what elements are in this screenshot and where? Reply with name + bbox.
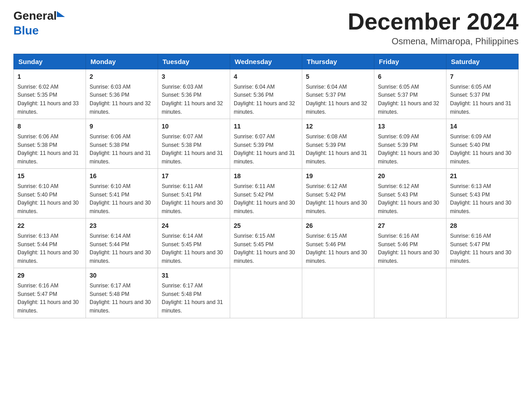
weekday-header-sunday: Sunday [14, 54, 86, 69]
logo-blue-text: Blue [13, 24, 39, 37]
day-number: 14 [450, 122, 515, 132]
day-number: 28 [450, 221, 515, 231]
calendar-cell: 13Sunrise: 6:09 AMSunset: 5:39 PMDayligh… [374, 119, 446, 169]
day-info: Sunrise: 6:13 AMSunset: 5:43 PMDaylight:… [450, 182, 515, 215]
calendar-cell: 25Sunrise: 6:15 AMSunset: 5:45 PMDayligh… [230, 218, 302, 268]
day-info: Sunrise: 6:08 AMSunset: 5:39 PMDaylight:… [306, 133, 370, 166]
day-info: Sunrise: 6:07 AMSunset: 5:38 PMDaylight:… [162, 133, 226, 166]
day-info: Sunrise: 6:12 AMSunset: 5:42 PMDaylight:… [306, 182, 370, 215]
day-number: 19 [306, 171, 370, 181]
calendar-week-row: 1Sunrise: 6:02 AMSunset: 5:35 PMDaylight… [14, 69, 519, 119]
calendar-cell: 29Sunrise: 6:16 AMSunset: 5:47 PMDayligh… [14, 268, 86, 318]
day-number: 7 [450, 72, 515, 82]
day-info: Sunrise: 6:11 AMSunset: 5:42 PMDaylight:… [234, 182, 298, 215]
calendar-cell [446, 268, 519, 318]
day-number: 25 [234, 221, 298, 231]
day-info: Sunrise: 6:15 AMSunset: 5:46 PMDaylight:… [306, 232, 370, 265]
calendar-cell [302, 268, 374, 318]
calendar-cell: 16Sunrise: 6:10 AMSunset: 5:41 PMDayligh… [86, 169, 158, 218]
calendar-cell: 31Sunrise: 6:17 AMSunset: 5:48 PMDayligh… [158, 268, 230, 318]
calendar-cell: 1Sunrise: 6:02 AMSunset: 5:35 PMDaylight… [14, 69, 86, 119]
title-block: December 2024 Osmena, Mimaropa, Philippi… [348, 9, 519, 47]
day-info: Sunrise: 6:03 AMSunset: 5:36 PMDaylight:… [90, 83, 154, 116]
day-number: 26 [306, 221, 370, 231]
day-info: Sunrise: 6:10 AMSunset: 5:41 PMDaylight:… [90, 182, 154, 215]
calendar-cell [374, 268, 446, 318]
day-info: Sunrise: 6:05 AMSunset: 5:37 PMDaylight:… [450, 83, 515, 116]
day-info: Sunrise: 6:17 AMSunset: 5:48 PMDaylight:… [90, 282, 154, 315]
logo-general-text: General [13, 9, 65, 23]
day-info: Sunrise: 6:09 AMSunset: 5:39 PMDaylight:… [378, 133, 442, 166]
day-info: Sunrise: 6:12 AMSunset: 5:43 PMDaylight:… [378, 182, 442, 215]
day-info: Sunrise: 6:16 AMSunset: 5:47 PMDaylight:… [17, 282, 82, 315]
calendar-table: SundayMondayTuesdayWednesdayThursdayFrid… [13, 54, 519, 318]
calendar-cell: 6Sunrise: 6:05 AMSunset: 5:37 PMDaylight… [374, 69, 446, 119]
day-number: 30 [90, 271, 154, 281]
day-info: Sunrise: 6:11 AMSunset: 5:41 PMDaylight:… [162, 182, 226, 215]
day-info: Sunrise: 6:16 AMSunset: 5:46 PMDaylight:… [378, 232, 442, 265]
day-number: 8 [17, 122, 82, 132]
day-info: Sunrise: 6:03 AMSunset: 5:36 PMDaylight:… [162, 83, 226, 116]
day-number: 24 [162, 221, 226, 231]
calendar-cell: 30Sunrise: 6:17 AMSunset: 5:48 PMDayligh… [86, 268, 158, 318]
weekday-header-friday: Friday [374, 54, 446, 69]
day-number: 17 [162, 171, 226, 181]
day-number: 9 [90, 122, 154, 132]
calendar-cell [230, 268, 302, 318]
calendar-cell: 8Sunrise: 6:06 AMSunset: 5:38 PMDaylight… [14, 119, 86, 169]
location-subtitle: Osmena, Mimaropa, Philippines [348, 36, 519, 47]
day-number: 15 [17, 171, 82, 181]
calendar-cell: 24Sunrise: 6:14 AMSunset: 5:45 PMDayligh… [158, 218, 230, 268]
calendar-cell: 10Sunrise: 6:07 AMSunset: 5:38 PMDayligh… [158, 119, 230, 169]
page-header: General Blue December 2024 Osmena, Mimar… [13, 9, 519, 47]
logo: General Blue [13, 9, 65, 38]
day-info: Sunrise: 6:02 AMSunset: 5:35 PMDaylight:… [17, 83, 82, 116]
calendar-cell: 27Sunrise: 6:16 AMSunset: 5:46 PMDayligh… [374, 218, 446, 268]
weekday-header-tuesday: Tuesday [158, 54, 230, 69]
calendar-week-row: 22Sunrise: 6:13 AMSunset: 5:44 PMDayligh… [14, 218, 519, 268]
day-number: 23 [90, 221, 154, 231]
calendar-cell: 5Sunrise: 6:04 AMSunset: 5:37 PMDaylight… [302, 69, 374, 119]
calendar-cell: 26Sunrise: 6:15 AMSunset: 5:46 PMDayligh… [302, 218, 374, 268]
day-number: 6 [378, 72, 442, 82]
day-info: Sunrise: 6:15 AMSunset: 5:45 PMDaylight:… [234, 232, 298, 265]
day-info: Sunrise: 6:14 AMSunset: 5:44 PMDaylight:… [90, 232, 154, 265]
day-info: Sunrise: 6:07 AMSunset: 5:39 PMDaylight:… [234, 133, 298, 166]
day-number: 12 [306, 122, 370, 132]
day-number: 2 [90, 72, 154, 82]
weekday-header-wednesday: Wednesday [230, 54, 302, 69]
weekday-header-monday: Monday [86, 54, 158, 69]
day-info: Sunrise: 6:16 AMSunset: 5:47 PMDaylight:… [450, 232, 515, 265]
day-number: 1 [17, 72, 82, 82]
weekday-header-saturday: Saturday [446, 54, 519, 69]
calendar-cell: 18Sunrise: 6:11 AMSunset: 5:42 PMDayligh… [230, 169, 302, 218]
day-number: 18 [234, 171, 298, 181]
calendar-cell: 21Sunrise: 6:13 AMSunset: 5:43 PMDayligh… [446, 169, 519, 218]
calendar-cell: 17Sunrise: 6:11 AMSunset: 5:41 PMDayligh… [158, 169, 230, 218]
day-info: Sunrise: 6:05 AMSunset: 5:37 PMDaylight:… [378, 83, 442, 116]
day-info: Sunrise: 6:13 AMSunset: 5:44 PMDaylight:… [17, 232, 82, 265]
calendar-cell: 28Sunrise: 6:16 AMSunset: 5:47 PMDayligh… [446, 218, 519, 268]
calendar-week-row: 15Sunrise: 6:10 AMSunset: 5:40 PMDayligh… [14, 169, 519, 218]
weekday-header-thursday: Thursday [302, 54, 374, 69]
day-info: Sunrise: 6:06 AMSunset: 5:38 PMDaylight:… [17, 133, 82, 166]
weekday-header-row: SundayMondayTuesdayWednesdayThursdayFrid… [14, 54, 519, 69]
day-number: 5 [306, 72, 370, 82]
day-number: 21 [450, 171, 515, 181]
day-info: Sunrise: 6:17 AMSunset: 5:48 PMDaylight:… [162, 282, 226, 315]
day-number: 27 [378, 221, 442, 231]
day-number: 3 [162, 72, 226, 82]
day-number: 16 [90, 171, 154, 181]
day-info: Sunrise: 6:10 AMSunset: 5:40 PMDaylight:… [17, 182, 82, 215]
day-number: 10 [162, 122, 226, 132]
day-number: 11 [234, 122, 298, 132]
day-number: 13 [378, 122, 442, 132]
day-info: Sunrise: 6:04 AMSunset: 5:36 PMDaylight:… [234, 83, 298, 116]
day-number: 20 [378, 171, 442, 181]
day-info: Sunrise: 6:14 AMSunset: 5:45 PMDaylight:… [162, 232, 226, 265]
calendar-cell: 11Sunrise: 6:07 AMSunset: 5:39 PMDayligh… [230, 119, 302, 169]
day-number: 29 [17, 271, 82, 281]
calendar-cell: 14Sunrise: 6:09 AMSunset: 5:40 PMDayligh… [446, 119, 519, 169]
calendar-week-row: 29Sunrise: 6:16 AMSunset: 5:47 PMDayligh… [14, 268, 519, 318]
day-info: Sunrise: 6:06 AMSunset: 5:38 PMDaylight:… [90, 133, 154, 166]
